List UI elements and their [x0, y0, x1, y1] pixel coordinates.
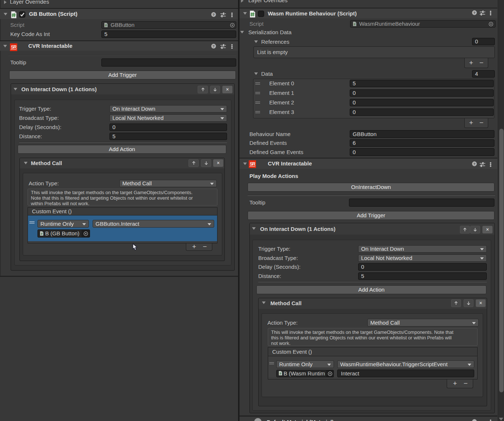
- svg-text:?: ?: [474, 162, 476, 166]
- svg-text:#: #: [280, 372, 281, 375]
- svg-text:SR: SR: [11, 44, 17, 50]
- svg-text:#: #: [354, 22, 356, 26]
- svg-text:?: ?: [213, 13, 215, 17]
- svg-text:#: #: [41, 232, 43, 236]
- svg-text:SR: SR: [250, 161, 256, 167]
- svg-text:?: ?: [213, 44, 215, 48]
- svg-text:?: ?: [474, 11, 476, 15]
- svg-text:#: #: [105, 24, 107, 27]
